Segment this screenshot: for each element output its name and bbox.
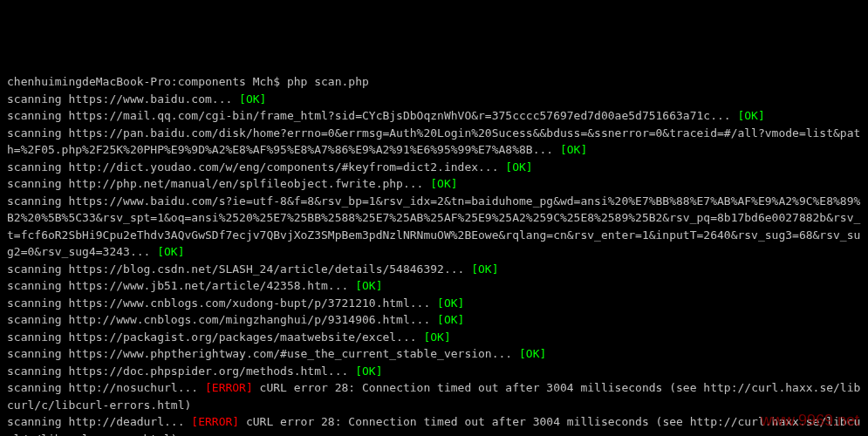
scan-line-text: scanning https://www.baidu.com...: [7, 92, 239, 106]
scan-line-text: scanning https://blog.csdn.net/SLASH_24/…: [7, 262, 471, 276]
status-ok: [OK]: [519, 347, 546, 360]
status-ok: [OK]: [355, 279, 382, 292]
scan-line-text: scanning https://doc.phpspider.org/metho…: [7, 364, 355, 378]
status-error: [ERROR]: [205, 381, 253, 394]
shell-prompt: chenhuimingdeMacBook-Pro:components Mch$…: [7, 75, 369, 88]
scan-line-text: scanning http://www.cnblogs.com/mingzhan…: [7, 313, 437, 326]
status-ok: [OK]: [471, 262, 498, 276]
scan-line-text: scanning https://www.phptherightway.com/…: [7, 347, 519, 360]
status-ok: [OK]: [505, 160, 532, 174]
scan-line-text: scanning https://packagist.org/packages/…: [7, 330, 423, 344]
status-ok: [OK]: [423, 330, 450, 344]
status-ok: [OK]: [737, 109, 764, 122]
status-ok: [OK]: [437, 296, 464, 310]
status-error: [ERROR]: [191, 415, 239, 428]
status-ok: [OK]: [560, 143, 587, 156]
scan-line-text: scanning http://nosuchurl...: [7, 381, 205, 394]
status-ok: [OK]: [157, 245, 184, 258]
scan-line-text: scanning https://pan.baidu.com/disk/home…: [7, 126, 860, 157]
scan-line-text: scanning http://php.net/manual/en/splfil…: [7, 177, 430, 190]
scan-line-text: scanning https://mail.qq.com/cgi-bin/fra…: [7, 109, 737, 122]
scan-line-text: scanning http://deadurl...: [7, 415, 191, 428]
status-ok: [OK]: [239, 92, 266, 106]
scan-line-text: scanning https://www.cnblogs.com/xudong-…: [7, 296, 437, 310]
status-ok: [OK]: [437, 313, 464, 326]
terminal-output[interactable]: chenhuimingdeMacBook-Pro:components Mch$…: [7, 73, 861, 436]
status-ok: [OK]: [355, 364, 382, 378]
scan-line-text: scanning https://www.jb51.net/article/42…: [7, 279, 355, 292]
status-ok: [OK]: [430, 177, 457, 190]
scan-line-text: scanning https://www.baidu.com/s?ie=utf-…: [7, 194, 860, 259]
scan-line-text: scanning http://dict.youdao.com/w/eng/co…: [7, 160, 505, 174]
